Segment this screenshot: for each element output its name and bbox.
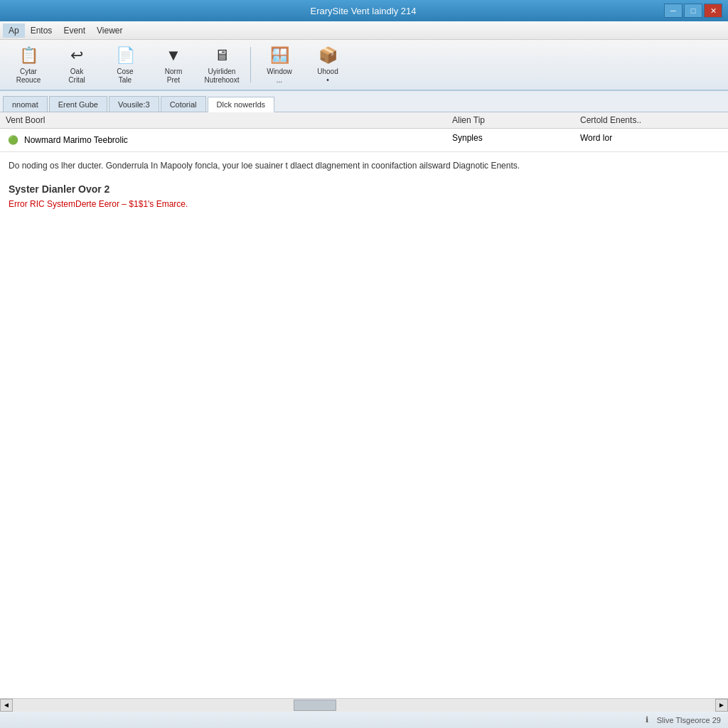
status-bar: ℹ Slive Tlsgeorce 29 (0, 711, 728, 728)
title-bar: ErarySite Vent laindly 214 ─ □ ✕ (0, 0, 728, 21)
event-type: Synples (452, 133, 580, 143)
tab-nnomat[interactable]: nnomat (3, 96, 48, 112)
toolbar-btn-window[interactable]: 🪟 Window... (257, 43, 302, 87)
tab-erent-gube[interactable]: Erent Gube (49, 96, 107, 112)
cytar-label: CytarReouce (16, 68, 41, 85)
menu-item-ap[interactable]: Ap (3, 23, 25, 38)
oak-icon: ↩ (65, 45, 88, 66)
event-list-header: Vent Boorl Alien Tip Certold Enents.. (0, 112, 728, 129)
table-row[interactable]: 🟢 Nowmard Marimo Teebrolic Synples Word … (0, 129, 728, 152)
toolbar-btn-uyirliden[interactable]: 🖥 UyirlidenNutrehooxt (199, 43, 245, 87)
maximize-button[interactable]: □ (684, 4, 702, 18)
tab-vousile3[interactable]: Vousile:3 (109, 96, 159, 112)
detail-description: Do noding os lher ducter. Gonderrula In … (9, 159, 719, 172)
toolbar-btn-cose[interactable]: 📄 CoseTale (102, 43, 148, 87)
toolbar-separator (250, 47, 251, 82)
content-area: Vent Boorl Alien Tip Certold Enents.. 🟢 … (0, 112, 728, 698)
status-icon: ℹ (641, 714, 653, 726)
event-name-cell: 🟢 Nowmard Marimo Teebrolic (6, 133, 452, 147)
menu-item-entos[interactable]: Entos (25, 23, 58, 38)
menu-item-viewer[interactable]: Viewer (91, 23, 128, 38)
close-button[interactable]: ✕ (704, 4, 722, 18)
window-title: ErarySite Vent laindly 214 (63, 6, 664, 16)
window-controls: ─ □ ✕ (664, 4, 722, 18)
cose-icon: 📄 (114, 45, 136, 66)
event-category: Word lor (580, 133, 722, 143)
menu-item-event[interactable]: Event (58, 23, 91, 38)
header-type: Alien Tip (452, 115, 580, 125)
toolbar-btn-uhood[interactable]: 📦 Uhood• (305, 43, 350, 87)
uyirliden-label: UyirlidenNutrehooxt (205, 68, 240, 85)
norm-icon: ▼ (162, 45, 185, 66)
tab-cotorial[interactable]: Cotorial (161, 96, 206, 112)
window-icon: 🪟 (268, 45, 291, 66)
uhood-icon: 📦 (316, 45, 339, 66)
window-label: Window... (267, 68, 292, 85)
scroll-thumb[interactable] (294, 700, 336, 711)
menu-bar: Ap Entos Event Viewer (0, 21, 728, 40)
norm-label: NormPret (165, 68, 182, 85)
uyirliden-icon: 🖥 (210, 45, 233, 66)
minimize-button[interactable]: ─ (664, 4, 682, 18)
cose-label: CoseTale (117, 68, 133, 85)
header-name: Vent Boorl (6, 115, 452, 125)
detail-section: Do noding os lher ducter. Gonderrula In … (0, 152, 728, 698)
tab-dlck-nowerlds[interactable]: Dlck nowerlds (208, 97, 274, 112)
toolbar: 📋 CytarReouce ↩ OakCrital 📄 CoseTale ▼ N… (0, 40, 728, 91)
scroll-track[interactable] (13, 699, 715, 712)
toolbar-btn-oak[interactable]: ↩ OakCrital (54, 43, 100, 87)
status-text: Slive Tlsgeorce 29 (657, 716, 721, 724)
uhood-label: Uhood• (317, 68, 338, 85)
main-content: Vent Boorl Alien Tip Certold Enents.. 🟢 … (0, 112, 728, 698)
event-status-icon: 🟢 (6, 133, 20, 147)
header-category: Certold Enents.. (580, 115, 722, 125)
oak-label: OakCrital (68, 68, 85, 85)
toolbar-btn-cytar[interactable]: 📋 CytarReouce (6, 43, 51, 87)
cytar-icon: 📋 (17, 45, 40, 66)
scroll-right-button[interactable]: ► (715, 699, 728, 712)
event-name: Nowmard Marimo Teebrolic (24, 135, 128, 145)
tabs-row: nnomat Erent Gube Vousile:3 Cotorial Dlc… (0, 91, 728, 112)
scroll-left-button[interactable]: ◄ (0, 699, 13, 712)
detail-heading: Syster Dianler Ovor 2 (9, 183, 719, 195)
toolbar-btn-norm[interactable]: ▼ NormPret (151, 43, 196, 87)
horizontal-scrollbar: ◄ ► (0, 698, 728, 711)
detail-error: Error RIC SystemDerte Eeror – $1$1's Ema… (9, 199, 719, 209)
